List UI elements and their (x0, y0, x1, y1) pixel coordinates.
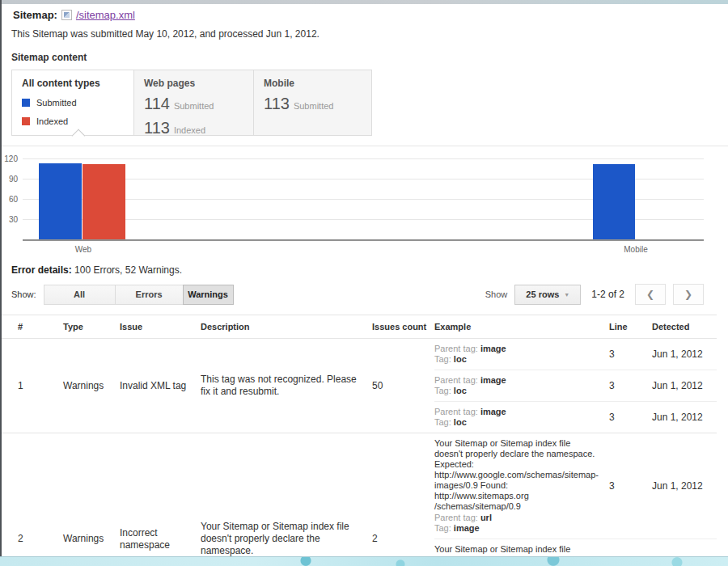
header-issues-count: Issues count (372, 322, 434, 332)
parent-tag-value: image (480, 375, 506, 385)
web-submitted-label: Submitted (174, 101, 214, 111)
row1-type: Warnings (63, 380, 120, 392)
filter-all-button[interactable]: All (44, 285, 116, 305)
error-details-label: Error details: (11, 264, 72, 276)
ytick-120: 120 (4, 154, 18, 163)
web-submitted-stat: 114 Submitted (144, 95, 243, 113)
parent-tag-label: Parent tag: (434, 344, 478, 353)
example-line: 3 (607, 412, 647, 424)
bar-web-indexed (83, 164, 125, 240)
header-issue: Issue (120, 322, 201, 332)
tab-web-pages[interactable]: Web pages 114 Submitted 113 Indexed (133, 70, 253, 135)
next-page-button[interactable]: ❯ (673, 284, 704, 305)
submitted-swatch-icon (22, 99, 30, 107)
mobile-submitted-label: Submitted (294, 101, 334, 111)
parent-tag-label: Parent tag: (434, 407, 478, 416)
example-detected: Jun 1, 2012 (647, 412, 717, 424)
example-row: Parent tag: image Tag: loc 3 Jun 1, 2012 (434, 370, 717, 401)
example-row: Parent tag: image Tag: loc 3 Jun 1, 2012 (434, 339, 717, 370)
dropdown-arrow-icon: ▼ (564, 292, 569, 298)
parent-tag-label: Parent tag: (434, 513, 478, 522)
tag-label: Tag: (434, 386, 451, 395)
indexed-swatch-icon (22, 117, 30, 125)
example-detail: Parent tag: image Tag: loc (434, 407, 607, 428)
ytick-90: 90 (9, 175, 18, 184)
sitemap-content-title: Sitemap content (11, 52, 728, 63)
parent-tag-value: image (480, 344, 506, 353)
error-details-line: Error details: 100 Errors, 52 Warnings. (11, 264, 728, 276)
mobile-submitted-stat: 113 Submitted (264, 95, 362, 113)
example-detail: Your Sitemap or Sitemap index file doesn… (434, 438, 607, 534)
window-left-border (0, 0, 2, 556)
pagination-show-label: Show (485, 289, 508, 299)
web-indexed-label: Indexed (174, 125, 205, 135)
parent-tag-value: url (480, 513, 492, 522)
web-indexed-value: 113 (144, 119, 170, 137)
tag-value: image (454, 523, 480, 533)
table-controls: Show: All Errors Warnings Show 25 rows ▼… (11, 284, 704, 305)
example-line: 3 (607, 348, 647, 361)
tab-mobile-label: Mobile (264, 78, 362, 89)
header-type: Type (63, 322, 120, 332)
chart-plot-area: 30 60 90 120 (23, 153, 704, 240)
pagination: Show 25 rows ▼ 1-2 of 2 ❮ ❯ (485, 284, 704, 305)
tag-label: Tag: (434, 354, 451, 364)
mobile-submitted-value: 113 (264, 95, 290, 113)
table-row: 2 Warnings Incorrect namespace Your Site… (0, 433, 717, 566)
ytick-30: 30 (9, 215, 18, 224)
tag-value: loc (454, 386, 467, 395)
window-top-strip (0, 0, 728, 4)
example-detail: Parent tag: image Tag: loc (434, 344, 607, 365)
tab-all-content-types[interactable]: All content types Submitted Indexed (12, 70, 133, 135)
example-detected: Jun 1, 2012 (647, 348, 717, 361)
row1-issues-count: 50 (372, 380, 434, 392)
bar-mobile-submitted (593, 164, 635, 240)
page-range: 1-2 of 2 (591, 289, 624, 300)
sitemap-link[interactable]: /sitemap.xml (76, 9, 135, 21)
header-detected: Detected (647, 322, 717, 332)
issues-table: # Type Issue Description Issues count Ex… (0, 315, 717, 566)
tag-label: Tag: (434, 417, 451, 427)
table-header-row: # Type Issue Description Issues count Ex… (0, 315, 717, 338)
tab-mobile[interactable]: Mobile 113 Submitted (253, 70, 371, 135)
error-details-text: 100 Errors, 52 Warnings. (72, 264, 182, 276)
rows-per-page-dropdown[interactable]: 25 rows ▼ (514, 285, 581, 305)
example-row: Your Sitemap or Sitemap index file doesn… (434, 433, 717, 539)
sitemap-status-text: This Sitemap was submitted May 10, 2012,… (11, 28, 728, 40)
sitemap-file-icon (61, 10, 72, 20)
chevron-left-icon: ❮ (646, 289, 654, 300)
tag-value: loc (454, 354, 467, 364)
web-indexed-stat: 113 Indexed (144, 119, 243, 137)
table-row: 1 Warnings Invalid XML tag This tag was … (0, 338, 717, 433)
sitemap-header: Sitemap: /sitemap.xml (13, 9, 728, 21)
example-line: 3 (607, 380, 647, 392)
row2-description: Your Sitemap or Sitemap index file doesn… (201, 521, 372, 557)
row2-issues-count: 2 (372, 533, 434, 545)
filter-show-label: Show: (11, 289, 36, 299)
xlabel-web: Web (75, 245, 91, 254)
desktop-wallpaper-strip (0, 556, 728, 566)
xlabel-mobile: Mobile (624, 245, 647, 254)
header-example: Example (434, 322, 607, 332)
row2-examples: Your Sitemap or Sitemap index file doesn… (434, 433, 717, 566)
chevron-right-icon: ❯ (684, 289, 692, 300)
legend-submitted: Submitted (22, 98, 124, 108)
sitemap-bar-chart: 30 60 90 120 Web Mobile (0, 146, 728, 252)
rows-per-page-value: 25 rows (526, 289, 559, 299)
header-num: # (0, 322, 63, 332)
parent-tag-label: Parent tag: (434, 375, 478, 385)
row1-examples: Parent tag: image Tag: loc 3 Jun 1, 2012… (434, 339, 717, 433)
ytick-60: 60 (9, 195, 18, 204)
header-line: Line (607, 322, 647, 332)
filter-group: Show: All Errors Warnings (11, 285, 234, 305)
chart-baseline (23, 239, 704, 241)
sitemap-label: Sitemap: (13, 9, 57, 21)
tab-all-label: All content types (22, 78, 124, 89)
prev-page-button[interactable]: ❮ (635, 284, 666, 305)
row1-issue: Invalid XML tag (120, 380, 201, 392)
filter-errors-button[interactable]: Errors (115, 285, 184, 305)
filter-warnings-button[interactable]: Warnings (183, 285, 234, 305)
row2-type: Warnings (63, 533, 120, 545)
legend-submitted-label: Submitted (36, 98, 77, 108)
example-detail: Parent tag: image Tag: loc (434, 375, 607, 396)
